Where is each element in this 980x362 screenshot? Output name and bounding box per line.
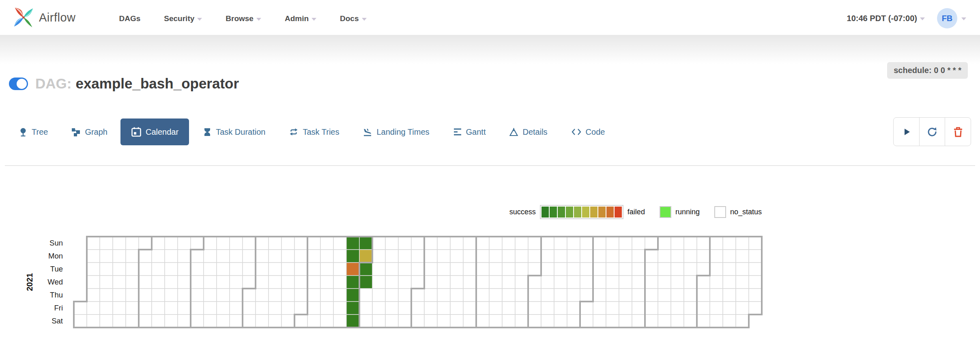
dag-pause-toggle[interactable] — [9, 78, 28, 90]
gradient-swatch — [574, 207, 581, 218]
calendar-day-cell — [230, 302, 243, 315]
calendar-day-cell — [320, 302, 333, 315]
calendar-day-cell — [463, 263, 476, 276]
calendar-day-cell — [411, 237, 424, 250]
calendar-day-cell — [282, 276, 294, 289]
trigger-dag-button[interactable] — [893, 117, 920, 146]
nav-item-security[interactable]: Security — [152, 14, 214, 23]
calendar-day-cell — [398, 276, 411, 289]
calendar-day-cell — [567, 315, 580, 328]
user-menu[interactable]: FB — [937, 8, 966, 28]
calendar-day-cell — [152, 302, 165, 315]
calendar-day-cell — [736, 302, 749, 315]
calendar-day-cell-run — [359, 276, 372, 289]
calendar-day-cell — [424, 289, 437, 302]
calendar-day-cell — [398, 263, 411, 276]
calendar-day-cell — [411, 315, 424, 328]
calendar-day-cell — [74, 315, 87, 328]
calendar-day-cell — [87, 289, 100, 302]
calendar-day-cell — [113, 237, 126, 250]
chevron-down-icon — [362, 18, 367, 21]
calendar-day-cell-run — [359, 237, 372, 250]
timezone-selector[interactable]: 10:46 PDT (-07:00) — [847, 14, 925, 23]
calendar-day-cell — [243, 276, 256, 289]
calendar-day-cell — [126, 276, 139, 289]
calendar-day-cell — [619, 315, 632, 328]
dag-title-row: DAG:example_bash_operator — [9, 75, 239, 92]
gradient-swatch — [606, 207, 614, 218]
calendar-day-cell — [658, 289, 671, 302]
calendar-day-cell — [710, 237, 723, 250]
calendar-day-cell — [619, 302, 632, 315]
calendar-day-cell — [580, 276, 593, 289]
calendar-day-cell — [671, 276, 684, 289]
calendar-day-cell — [100, 289, 113, 302]
nav-item-dags[interactable]: DAGs — [107, 14, 153, 23]
calendar-day-cell — [541, 250, 554, 263]
nav-item-label: DAGs — [119, 14, 141, 23]
tab-label: Landing Times — [376, 127, 429, 137]
calendar-day-cell — [450, 250, 463, 263]
calendar-day-cell — [528, 315, 541, 328]
tab-landing-times[interactable]: Landing Times — [363, 127, 429, 137]
plane-landing-icon — [363, 127, 372, 137]
refresh-dag-button[interactable] — [919, 117, 946, 146]
calendar-day-cell — [398, 315, 411, 328]
calendar-day-cell — [385, 276, 398, 289]
airflow-brand[interactable]: Airflow — [12, 5, 76, 30]
weekday-labels: SunMonTueWedThuFriSat — [0, 237, 63, 328]
calendar-day-cell — [243, 237, 256, 250]
calendar-day-cell — [217, 289, 230, 302]
calendar-day-cell — [385, 263, 398, 276]
calendar-day-cell — [736, 276, 749, 289]
calendar-day-cell-run — [359, 250, 372, 263]
calendar-day-cell — [126, 250, 139, 263]
calendar-day-cell — [489, 315, 502, 328]
calendar-day-cell — [113, 315, 126, 328]
calendar-day-cell — [359, 315, 372, 328]
calendar-day-cell — [580, 289, 593, 302]
nav-item-docs[interactable]: Docs — [328, 14, 378, 23]
tab-code[interactable]: Code — [571, 127, 605, 137]
calendar-day-cell — [191, 289, 204, 302]
calendar-day-cell — [515, 289, 528, 302]
calendar-day-cell-run — [346, 302, 359, 315]
tab-calendar[interactable]: Calendar — [120, 119, 189, 145]
tab-task-duration[interactable]: Task Duration — [203, 127, 265, 137]
calendar-day-cell — [515, 315, 528, 328]
calendar-day-cell — [632, 302, 645, 315]
calendar-day-cell — [178, 302, 191, 315]
calendar-day-cell — [736, 237, 749, 250]
nav-item-admin[interactable]: Admin — [273, 14, 328, 23]
calendar-day-cell — [580, 250, 593, 263]
calendar-day-cell — [697, 302, 710, 315]
tab-label: Graph — [85, 127, 107, 137]
legend-success-label: success — [509, 208, 536, 216]
calendar-day-cell — [697, 263, 710, 276]
gradient-swatch — [590, 207, 597, 218]
weekday-label: Sat — [0, 315, 63, 328]
airflow-logo-icon — [12, 5, 35, 30]
calendar-day-cell — [230, 263, 243, 276]
tab-gantt[interactable]: Gantt — [453, 127, 486, 137]
calendar-day-cell — [178, 263, 191, 276]
calendar-day-cell — [204, 276, 217, 289]
calendar-day-cell — [567, 263, 580, 276]
tab-tree[interactable]: Tree — [19, 127, 48, 137]
calendar-day-cell — [269, 302, 282, 315]
tab-details[interactable]: Details — [509, 127, 547, 137]
nav-item-browse[interactable]: Browse — [214, 14, 273, 23]
tab-task-tries[interactable]: Task Tries — [289, 127, 339, 137]
calendar-day-cell — [359, 289, 372, 302]
calendar-day-cell — [645, 289, 658, 302]
calendar-day-cell — [320, 276, 333, 289]
tab-label: Calendar — [146, 127, 178, 137]
calendar-day-cell — [359, 302, 372, 315]
calendar-day-cell — [333, 315, 346, 328]
delete-dag-button[interactable] — [945, 117, 971, 146]
calendar-day-cell — [269, 237, 282, 250]
calendar-day-cell — [645, 237, 658, 250]
calendar-day-cell — [593, 302, 606, 315]
tab-graph[interactable]: Graph — [71, 127, 107, 137]
calendar-day-cell — [230, 237, 243, 250]
